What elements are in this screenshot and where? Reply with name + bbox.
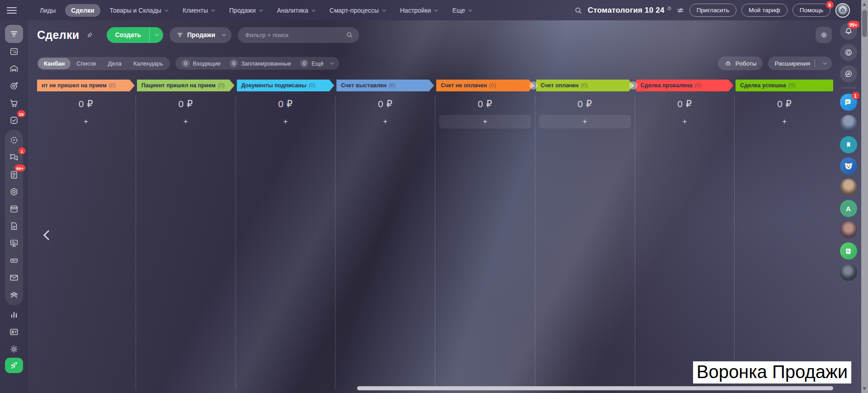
user-photo-avatar[interactable] [840,221,857,238]
robots-button[interactable]: Роботы [718,57,763,70]
notifications-button[interactable]: 99+ [840,23,857,40]
stage-scroll-dot[interactable] [529,81,538,90]
copilot-circle-icon [844,48,853,57]
sidebar-item-warehouse[interactable] [5,60,23,77]
sidebar-item-crm[interactable] [5,25,23,43]
menu-hamburger-icon[interactable] [7,5,17,15]
scroll-up-arrow[interactable] [863,3,866,6]
tasks-badge: 19 [17,110,25,118]
stage-header[interactable]: Счет не оплачен (0) [436,80,534,91]
help-button[interactable]: Помощь 6 [793,4,830,17]
add-deal-button[interactable]: + [140,115,232,128]
stage-header[interactable]: Пациент пришел на прием (0) [137,80,235,91]
add-deal-button[interactable]: + [738,115,830,128]
dark-avatar[interactable] [840,264,857,281]
user-avatar[interactable] [835,3,850,18]
kanban-column: Счет оплачен (0) 0 ₽ + [536,80,634,393]
stage-header[interactable]: Сделка успешна (0) [736,80,833,91]
company-name[interactable]: Стоматология 10 24 [588,6,671,15]
chat-bubbles-icon [9,152,19,162]
nav-products[interactable]: Товары и Склады [104,4,173,17]
sidebar-item-tasks[interactable]: 19 [5,112,23,129]
nav-settings[interactable]: Настройки [394,4,443,17]
counter-more[interactable]: 0 Ещё [297,58,336,69]
board-scroll-left-button[interactable] [41,226,56,244]
sidebar-item-boards[interactable] [5,235,23,252]
board-settings-button[interactable] [816,27,832,43]
sidebar-item-feed[interactable]: 99+ [5,166,23,183]
doc-channel-avatar[interactable] [840,242,857,260]
clock-icon [667,6,671,10]
add-deal-button[interactable]: + [339,115,431,128]
add-deal-button[interactable]: + [439,115,531,128]
counter-incoming[interactable]: 0 Входящие [178,58,225,69]
sidebar-item-documents[interactable] [5,218,23,235]
mail-icon [9,273,19,283]
nav-sales[interactable]: Продажи [223,4,267,17]
global-search-icon[interactable] [574,6,583,15]
view-tabs: Канбан Список Дела Календарь [37,57,170,70]
stage-header[interactable]: Счет оплачен (0) [536,80,634,91]
sidebar-item-mail[interactable] [5,269,23,286]
vertical-scroll-thumb[interactable] [862,10,867,37]
pin-icon[interactable] [86,32,93,38]
add-deal-button[interactable]: + [539,115,631,128]
copilot-button[interactable] [840,44,857,61]
nav-deals[interactable]: Сделки [65,4,100,17]
tariff-button[interactable]: Мой тариф [741,4,788,17]
nav-leads[interactable]: Лиды [34,4,61,17]
sidebar-item-automation[interactable] [5,183,23,200]
filter-search-input[interactable] [238,27,359,43]
stage-header[interactable]: Счет выставлен (0) [336,80,434,91]
stage-header[interactable]: нт не пришел на прием (0) [37,80,135,91]
sidebar-item-drive[interactable] [5,252,23,269]
tab-list[interactable]: Список [71,58,102,69]
nav-clients[interactable]: Клиенты [177,4,220,17]
funnel-selector-button[interactable]: Продажи [170,27,231,43]
letter-avatar[interactable]: A [840,200,857,217]
sidebar-item-contacts[interactable] [5,323,23,341]
sidebar-item-hr[interactable] [5,286,23,303]
gear-icon [9,344,19,354]
add-deal-button[interactable]: + [240,115,332,128]
messenger-avatar[interactable]: 1 [840,94,857,111]
saved-messages-avatar[interactable] [840,136,857,153]
vertical-scrollbar[interactable] [861,0,868,393]
scroll-down-arrow[interactable] [863,387,866,390]
create-button[interactable]: Создать [107,27,163,43]
sidebar-item-settings[interactable] [5,341,23,358]
create-dropdown[interactable] [149,27,163,43]
nav-more[interactable]: Еще [446,4,477,17]
nav-smart-processes[interactable]: Смарт-процессы [324,4,391,17]
stage-scroll-dot[interactable] [629,81,637,90]
horizontal-scrollbar[interactable] [357,386,833,390]
dog-avatar[interactable] [840,157,857,175]
stage-header[interactable]: Сделка провалена (0) [636,80,734,91]
sidebar-item-calendar[interactable] [5,200,23,218]
sliders-icon[interactable] [676,6,684,14]
rail-divider [841,88,856,88]
nav-analytics[interactable]: Аналитика [271,4,320,17]
extensions-button[interactable]: Расширения [768,57,832,70]
sidebar-item-analytics[interactable] [5,306,23,323]
sidebar-item-marketing[interactable] [5,77,23,95]
chat-transfer-button[interactable] [840,65,857,82]
sidebar-item-upgrade[interactable] [5,358,23,373]
tab-calendar[interactable]: Календарь [127,58,169,69]
tab-activities[interactable]: Дела [102,58,127,69]
invite-button[interactable]: Пригласить [689,4,736,17]
sidebar-item-copilot[interactable] [5,132,23,149]
add-deal-button[interactable]: + [40,115,132,128]
sidebar-item-messenger[interactable]: 1 [5,149,23,166]
stage-amount: 0 ₽ [736,99,833,109]
tab-kanban[interactable]: Канбан [38,58,71,69]
stage-amount: 0 ₽ [536,99,634,109]
user-photo-avatar[interactable] [840,179,857,196]
cart-icon [9,98,19,108]
add-deal-button[interactable]: + [639,115,731,128]
sidebar-item-shop[interactable] [5,95,23,112]
counter-planned[interactable]: 0 Запланированные [226,58,295,69]
stage-header[interactable]: Документы подписаны (0) [237,80,335,91]
user-photo-avatar[interactable] [840,115,857,132]
sidebar-item-tasks-calendar[interactable] [5,43,23,60]
